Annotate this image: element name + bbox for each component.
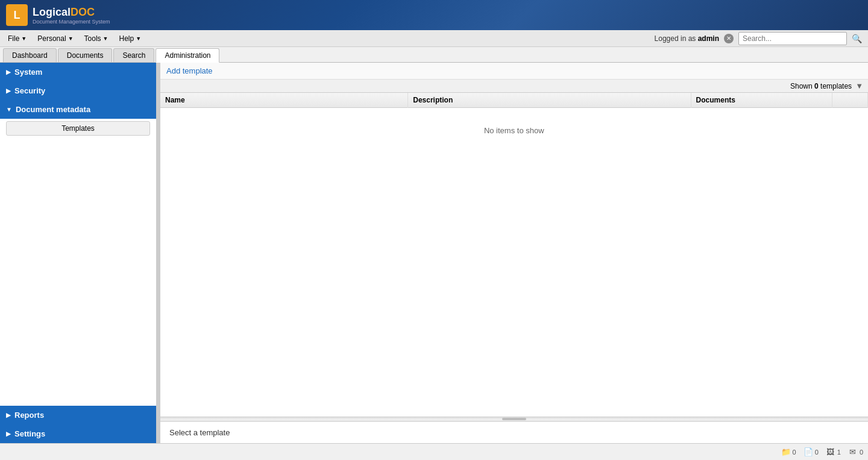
sidebar-security-label: Security (14, 86, 45, 95)
docmeta-arrow-icon: ▼ (6, 106, 12, 113)
sidebar-section-settings[interactable]: ▶ Settings (0, 424, 156, 443)
no-items-message: No items to show (160, 108, 868, 154)
grid-info-bar: Shown 0 templates ▼ (160, 80, 868, 93)
tools-arrow-icon: ▼ (103, 36, 108, 42)
template-count: 0 (814, 82, 819, 90)
menu-personal[interactable]: Personal ▼ (33, 33, 78, 45)
tab-dashboard[interactable]: Dashboard (3, 48, 57, 62)
user-area: Logged in as admin ✕ 🔍 (655, 32, 865, 45)
logo-subtitle: Document Management System (33, 19, 110, 25)
logo-doc: DOC (71, 6, 95, 18)
lower-content: Select a template (160, 421, 868, 443)
tab-documents[interactable]: Documents (58, 48, 113, 62)
grid-divider[interactable] (160, 417, 868, 421)
menu-help[interactable]: Help ▼ (115, 33, 146, 45)
select-template-text: Select a template (169, 428, 230, 437)
file-arrow-icon: ▼ (21, 36, 27, 42)
sidebar-section-document-metadata[interactable]: ▼ Document metadata (0, 100, 156, 119)
sidebar-templates-button[interactable]: Templates (6, 121, 150, 136)
shown-label: Shown 0 templates (790, 82, 852, 90)
col-name-header[interactable]: Name (160, 93, 408, 108)
col-scroll-header (832, 93, 868, 108)
logo-logical: LogicalDOC (33, 6, 95, 18)
menu-tools[interactable]: Tools ▼ (80, 33, 113, 45)
col-description-header[interactable]: Description (408, 93, 691, 108)
settings-arrow-icon: ▶ (6, 430, 11, 437)
logo: L LogicalDOC Document Management System (6, 4, 110, 26)
personal-arrow-icon: ▼ (68, 36, 74, 42)
menu-bar: File ▼ Personal ▼ Tools ▼ Help ▼ Logged … (0, 30, 868, 47)
sidebar-settings-label: Settings (14, 429, 45, 438)
sidebar-section-security[interactable]: ▶ Security (0, 81, 156, 100)
reports-arrow-icon: ▶ (6, 412, 11, 418)
add-template-link[interactable]: Add template (166, 66, 213, 75)
content-area: Add template Shown 0 templates ▼ Name De… (160, 63, 868, 443)
sidebar: ▶ System ▶ Security ▼ Document metadata … (0, 63, 157, 443)
search-input[interactable] (738, 32, 847, 45)
sidebar-reports-label: Reports (14, 411, 44, 420)
logo-icon: L (6, 4, 28, 26)
system-arrow-icon: ▶ (6, 69, 11, 75)
tab-bar: Dashboard Documents Search Administratio… (0, 47, 868, 63)
security-arrow-icon: ▶ (6, 87, 11, 94)
main-layout: ▶ System ▶ Security ▼ Document metadata … (0, 63, 868, 443)
help-arrow-icon: ▼ (136, 36, 141, 42)
sidebar-docmeta-body: Templates (0, 119, 156, 138)
username-label: admin (698, 34, 719, 43)
sidebar-section-reports[interactable]: ▶ Reports (0, 406, 156, 424)
grid-area: Shown 0 templates ▼ Name Description Doc… (160, 80, 868, 417)
sidebar-spacer (0, 138, 156, 406)
content-header: Add template (160, 63, 868, 80)
col-documents-header[interactable]: Documents (691, 93, 832, 108)
app-header: L LogicalDOC Document Management System (0, 0, 868, 30)
tab-search[interactable]: Search (113, 48, 154, 62)
logo-text: LogicalDOC Document Management System (33, 6, 110, 25)
search-button[interactable]: 🔍 (852, 34, 862, 43)
logged-in-label: Logged in as admin (655, 34, 719, 43)
templates-table: Name Description Documents No items to s… (160, 93, 868, 153)
close-session-button[interactable]: ✕ (724, 34, 734, 43)
menu-file[interactable]: File ▼ (3, 33, 31, 45)
sidebar-section-system[interactable]: ▶ System (0, 63, 156, 81)
sidebar-system-label: System (14, 68, 42, 77)
filter-icon[interactable]: ▼ (855, 81, 863, 90)
tab-administration[interactable]: Administration (156, 48, 219, 63)
sidebar-docmeta-label: Document metadata (16, 105, 90, 114)
divider-handle (502, 418, 526, 420)
